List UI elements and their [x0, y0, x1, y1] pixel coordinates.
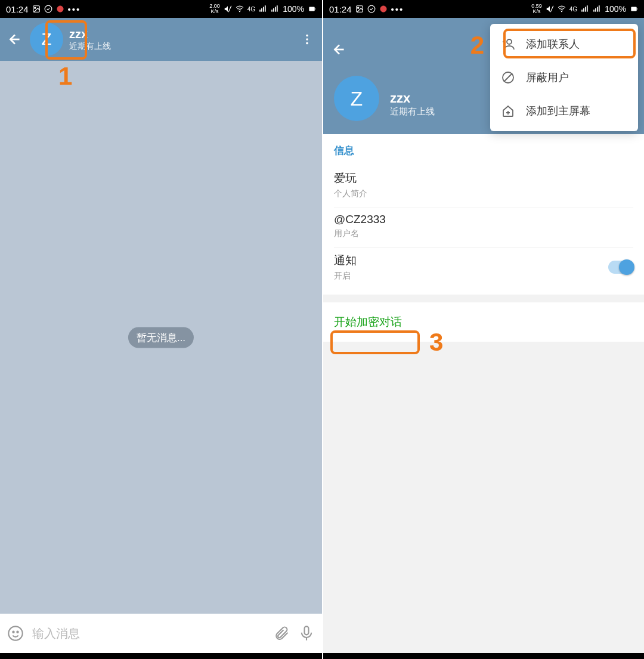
- screenshot-left: 01:24 ••• 2.00K/s 4G 100% Z zzx: [0, 0, 322, 659]
- svg-point-26: [380, 6, 386, 13]
- svg-rect-33: [593, 10, 595, 12]
- back-button[interactable]: [332, 42, 347, 60]
- profile-avatar[interactable]: Z: [334, 76, 379, 121]
- svg-rect-36: [599, 5, 600, 12]
- svg-rect-14: [309, 7, 314, 11]
- svg-rect-8: [263, 7, 264, 12]
- status-time: 01:24: [6, 4, 29, 14]
- profile-name: zzx: [390, 91, 435, 106]
- chat-empty-bubble: 暂无消息...: [128, 327, 194, 348]
- menu-add-home[interactable]: 添加到主屏幕: [490, 94, 638, 128]
- svg-point-2: [45, 5, 52, 13]
- menu-item-label: 添加联系人: [526, 37, 580, 51]
- message-input[interactable]: 输入消息: [32, 626, 265, 642]
- status-battery-pct: 100%: [283, 4, 304, 14]
- actions-section: 开始加密对话: [323, 302, 644, 342]
- svg-rect-30: [583, 8, 584, 12]
- status-overflow-icon: •••: [391, 4, 404, 14]
- menu-item-label: 添加到主屏幕: [526, 104, 590, 118]
- notifications-row[interactable]: 通知 开启: [334, 248, 633, 290]
- svg-line-27: [550, 6, 553, 13]
- chat-background: 暂无消息...: [0, 61, 322, 614]
- svg-point-21: [17, 632, 18, 633]
- more-button[interactable]: [298, 33, 316, 46]
- chat-avatar[interactable]: Z: [30, 23, 63, 56]
- android-nav-strip: [323, 653, 644, 659]
- block-icon: [501, 70, 515, 85]
- check-icon: [367, 5, 376, 13]
- bio-value: 爱玩: [334, 171, 633, 186]
- svg-point-24: [357, 7, 358, 8]
- menu-block-user[interactable]: 屏蔽用户: [490, 61, 638, 94]
- svg-rect-15: [315, 8, 315, 10]
- svg-point-20: [13, 632, 14, 633]
- svg-point-19: [8, 626, 22, 640]
- chat-title-block[interactable]: zzx 近期有上线: [69, 27, 111, 52]
- status-bar: 01:24 ••• 0.59K/s 4G 100%: [323, 0, 644, 18]
- android-nav-strip: [0, 653, 322, 659]
- overflow-menu: 添加联系人 屏蔽用户 添加到主屏幕: [490, 24, 638, 131]
- svg-rect-6: [259, 10, 261, 12]
- start-secret-chat[interactable]: 开始加密对话: [323, 302, 644, 342]
- warn-icon: [56, 5, 64, 13]
- signal-icon-2: [271, 5, 279, 13]
- svg-point-1: [34, 7, 35, 8]
- check-icon: [44, 5, 52, 13]
- menu-item-label: 屏蔽用户: [526, 70, 569, 85]
- username-label: 用户名: [334, 228, 633, 239]
- notif-state: 开启: [334, 271, 608, 281]
- svg-rect-7: [261, 8, 262, 12]
- arrow-left-icon: [332, 42, 347, 57]
- battery-icon: [308, 5, 316, 13]
- signal-icon-2: [593, 5, 601, 13]
- svg-rect-10: [271, 10, 273, 12]
- wifi-icon: [236, 5, 244, 13]
- bio-row[interactable]: 爱玩 个人简介: [334, 166, 633, 208]
- svg-point-28: [561, 11, 562, 12]
- mute-icon: [224, 5, 232, 13]
- svg-point-5: [239, 11, 240, 12]
- svg-point-39: [507, 39, 512, 44]
- svg-rect-22: [305, 626, 309, 635]
- svg-rect-11: [273, 8, 274, 12]
- annotation-number-1: 1: [58, 62, 72, 91]
- menu-add-contact[interactable]: 添加联系人: [490, 27, 638, 61]
- warn-icon: [379, 5, 388, 13]
- status-bar: 01:24 ••• 2.00K/s 4G 100%: [0, 0, 322, 18]
- arrow-left-icon: [7, 32, 23, 47]
- svg-rect-38: [637, 8, 637, 10]
- svg-rect-31: [585, 7, 586, 12]
- svg-point-3: [57, 6, 63, 13]
- attach-icon[interactable]: [273, 625, 290, 642]
- notifications-toggle[interactable]: [608, 261, 633, 274]
- emoji-icon[interactable]: [7, 625, 24, 642]
- svg-rect-34: [595, 8, 596, 12]
- svg-line-41: [504, 73, 512, 82]
- profile-name-block: zzx 近期有上线: [390, 91, 435, 117]
- info-section: 信息 爱玩 个人简介 @CZ2333 用户名 通知 开启: [323, 134, 644, 295]
- svg-rect-32: [587, 5, 588, 12]
- svg-rect-29: [581, 10, 583, 12]
- svg-rect-12: [275, 7, 276, 12]
- battery-icon: [630, 5, 638, 13]
- svg-rect-13: [277, 5, 278, 12]
- status-netspeed: 0.59K/s: [531, 4, 542, 14]
- username-row[interactable]: @CZ2333 用户名: [334, 208, 633, 248]
- mute-icon: [546, 5, 554, 13]
- username-value: @CZ2333: [334, 213, 633, 226]
- status-overflow-icon: •••: [68, 4, 81, 14]
- status-battery-pct: 100%: [605, 4, 626, 14]
- status-4g: 4G: [569, 6, 577, 13]
- avatar-letter: Z: [41, 30, 51, 49]
- status-netspeed: 2.00K/s: [209, 4, 220, 14]
- empty-area: [323, 342, 644, 652]
- mic-icon[interactable]: [298, 625, 315, 642]
- notif-title: 通知: [334, 253, 608, 268]
- svg-point-25: [368, 5, 375, 13]
- add-user-icon: [501, 37, 515, 51]
- back-button[interactable]: [6, 32, 24, 47]
- chat-app-bar: Z zzx 近期有上线: [0, 18, 322, 61]
- chat-subtitle: 近期有上线: [69, 41, 111, 52]
- annotation-number-3: 3: [429, 328, 443, 357]
- wifi-icon: [558, 5, 566, 13]
